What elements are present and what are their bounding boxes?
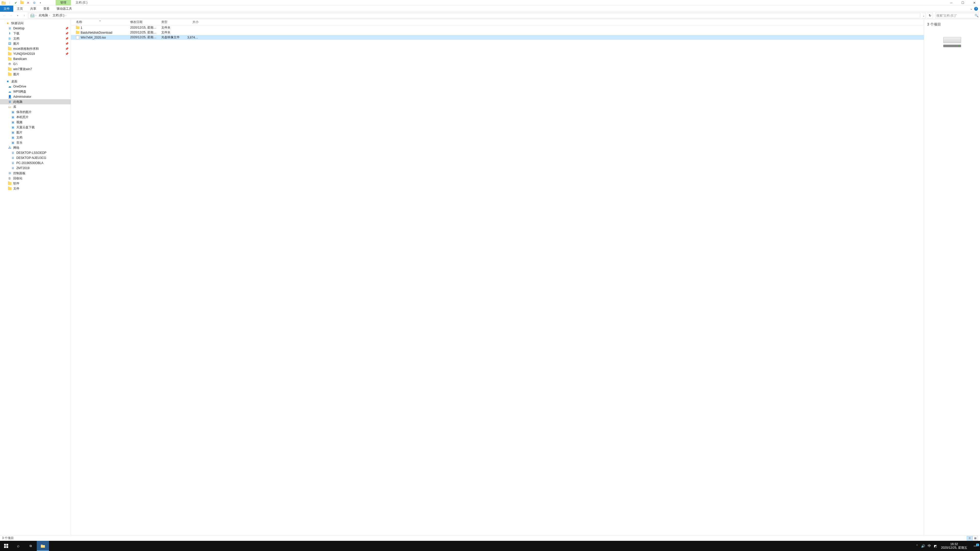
context-tab-manage[interactable]: 管理 — [56, 0, 71, 5]
tree-quick-item[interactable]: YUNQISHI2019📌 — [0, 51, 71, 56]
tree-quick-item[interactable]: 图片 — [0, 72, 71, 77]
drive-icon — [943, 37, 961, 47]
file-row[interactable]: 1 2020/12/15, 星期二 1... 文件夹 — [71, 25, 924, 30]
tree-library-item[interactable]: ▣图片 — [0, 130, 71, 135]
tree-quick-item[interactable]: excel表格制作求和📌 — [0, 46, 71, 51]
breadcrumb-this-pc[interactable]: 此电脑› — [38, 13, 51, 17]
tree-network-item[interactable]: 🖥ZMT2019 — [0, 165, 71, 171]
chevron-right-icon: › — [65, 14, 66, 17]
tree-quick-item[interactable]: win7重装win7 — [0, 67, 71, 72]
ribbon-tab-drivetools[interactable]: 驱动器工具 — [53, 6, 76, 12]
tree-network[interactable]: 🖧 网络 — [0, 145, 71, 150]
file-row[interactable]: BaiduNetdiskDownload 2020/12/25, 星期五 1..… — [71, 30, 924, 35]
tree-quick-item[interactable]: Bandicam — [0, 56, 71, 62]
address-history-dropdown[interactable]: ⌄ — [921, 13, 926, 18]
column-size[interactable]: 大小 — [185, 20, 200, 24]
tree-misc-item[interactable]: ⚙控制面板 — [0, 171, 71, 176]
nav-forward-button[interactable]: → — [8, 13, 14, 18]
breadcrumb-current[interactable]: 文档 (E:)› — [52, 13, 67, 17]
qat-folder-icon[interactable] — [19, 0, 24, 5]
tree-desktop-item[interactable]: ☁WPS网盘 — [0, 89, 71, 94]
breadcrumb[interactable]: › 此电脑› 文档 (E:)› — [28, 13, 920, 18]
search-box[interactable]: 🔍 — [935, 13, 978, 18]
ribbon-tab-file[interactable]: 文件 — [0, 6, 13, 12]
column-type[interactable]: 类型 — [159, 20, 185, 24]
tree-desktop-item[interactable]: ☁OneDrive — [0, 84, 71, 89]
search-input[interactable] — [936, 14, 975, 17]
nav-tree[interactable]: ★ 快速访问 🖥Desktop📌⬇下载📌🗎文档📌🖼图片📌excel表格制作求和📌… — [0, 19, 71, 535]
tree-quick-item[interactable]: 🖼图片📌 — [0, 41, 71, 46]
close-button[interactable]: ✕ — [969, 0, 980, 6]
ribbon-expand-icon[interactable]: ⌄ — [970, 7, 973, 11]
action-center-button[interactable]: ▭ 3 — [970, 544, 980, 548]
tree-library-item[interactable]: ▣音乐 — [0, 140, 71, 145]
tree-network-item[interactable]: 🖥PC-20190530OBLA — [0, 160, 71, 165]
qat-settings-icon[interactable]: ⚙ — [32, 0, 37, 5]
tray-app-icon[interactable]: ◩ — [932, 541, 939, 551]
qat-properties-icon[interactable]: ✔ — [13, 0, 18, 5]
taskbar-clock[interactable]: 16:32 2020/12/25, 星期五 — [939, 542, 970, 549]
tree-item-icon — [8, 57, 12, 61]
ribbon-tab-view[interactable]: 查看 — [40, 6, 53, 12]
breadcrumb-root-icon[interactable]: › — [29, 14, 37, 17]
ribbon-tab-share[interactable]: 共享 — [27, 6, 40, 12]
file-row[interactable]: Win7x64_2020.iso 2020/12/25, 星期五 1... 光盘… — [71, 35, 924, 40]
tree-item-icon: ▣ — [11, 120, 15, 124]
tree-quick-item[interactable]: ⬇下载📌 — [0, 31, 71, 36]
file-type: 文件夹 — [159, 25, 185, 30]
tree-network-item[interactable]: 🖥DESKTOP-LSSOEDP — [0, 150, 71, 156]
taskbar-search-button[interactable]: ⌕ — [12, 541, 24, 551]
view-toggle: ☰ ▦ — [967, 536, 978, 540]
tree-misc-item[interactable]: 软件 — [0, 181, 71, 186]
tree-quick-item[interactable]: 🖥Desktop📌 — [0, 26, 71, 31]
tree-item-icon: ▣ — [11, 141, 15, 144]
minimize-button[interactable]: ─ — [945, 0, 957, 6]
start-button[interactable] — [0, 541, 12, 551]
nav-back-button[interactable]: ← — [2, 13, 7, 18]
help-icon[interactable]: ? — [974, 7, 978, 11]
tree-desktop-item[interactable]: 👤Administrator — [0, 94, 71, 99]
view-details-button[interactable]: ☰ — [967, 536, 972, 540]
tree-library-item[interactable]: ▣文档 — [0, 135, 71, 140]
tray-overflow-icon[interactable]: ˄ — [914, 541, 920, 551]
taskview-button[interactable]: ⧉ — [24, 541, 37, 551]
tree-item-label: 回收站 — [13, 176, 22, 181]
tree-item-icon — [8, 181, 12, 186]
ribbon-tab-home[interactable]: 主页 — [13, 6, 27, 12]
volume-icon[interactable]: 🔊 — [920, 541, 926, 551]
nav-recent-dropdown[interactable]: ▾ — [15, 13, 21, 18]
ime-indicator[interactable]: 中 — [926, 541, 932, 551]
file-name: Win7x64_2020.iso — [81, 36, 106, 39]
tree-network-item[interactable]: 🖥DESKTOP-NJEU3CG — [0, 156, 71, 160]
tree-label: 快速访问 — [11, 21, 24, 25]
column-date[interactable]: 修改日期 — [128, 20, 159, 24]
clock-time: 16:32 — [941, 542, 967, 546]
nav-up-button[interactable]: ↑ — [21, 13, 27, 18]
qat-delete-icon[interactable]: ✕ — [25, 0, 30, 5]
file-rows[interactable]: 1 2020/12/15, 星期二 1... 文件夹 BaiduNetdiskD… — [71, 25, 924, 535]
tree-quick-item[interactable]: 🗎文档📌 — [0, 36, 71, 41]
tree-desktop[interactable]: ■ 桌面 — [0, 79, 71, 84]
tree-library-item[interactable]: ▣视频 — [0, 120, 71, 125]
tree-item-icon: 🖥 — [8, 26, 12, 30]
tree-quick-access[interactable]: ★ 快速访问 — [0, 21, 71, 26]
view-icons-button[interactable]: ▦ — [972, 536, 978, 540]
tree-misc-item[interactable]: 🗑回收站 — [0, 176, 71, 181]
tree-item-icon: ▣ — [11, 110, 15, 114]
refresh-button[interactable]: ↻ — [927, 13, 933, 18]
tree-library-item[interactable]: ▣本机照片 — [0, 114, 71, 120]
maximize-button[interactable]: ☐ — [957, 0, 969, 6]
svg-rect-8 — [41, 545, 45, 548]
tree-library-item[interactable]: ▣保存的图片 — [0, 110, 71, 114]
tree-desktop-item[interactable]: 🗂库 — [0, 104, 71, 110]
qat-dropdown-icon[interactable]: ▾ — [38, 0, 43, 5]
column-name[interactable]: ▴ 名称 — [71, 20, 128, 24]
tree-misc-item[interactable]: 文件 — [0, 186, 71, 191]
search-icon[interactable]: 🔍 — [975, 14, 978, 17]
tree-desktop-item[interactable]: 🖥此电脑 — [0, 99, 71, 104]
taskbar-explorer-button[interactable] — [37, 541, 49, 551]
tree-quick-item[interactable]: ⛃G:\ — [0, 62, 71, 67]
tree-item-label: PC-20190530OBLA — [16, 161, 43, 165]
tree-library-item[interactable]: ▣天翼云盘下载 — [0, 125, 71, 130]
tree-item-label: win7重装win7 — [13, 67, 32, 71]
